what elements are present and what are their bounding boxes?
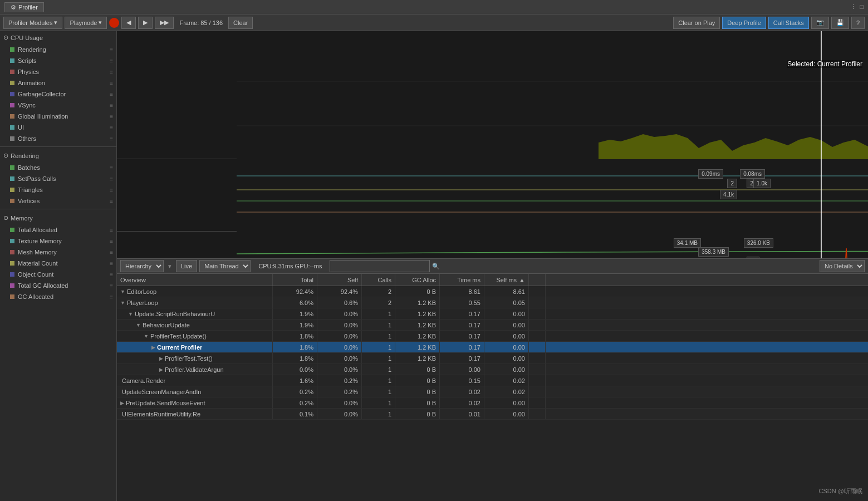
playmode-dropdown[interactable]: Playmode ▾ <box>65 17 107 29</box>
maximize-icon[interactable]: □ <box>860 3 864 11</box>
deep-profile-button[interactable]: Deep Profile <box>722 17 766 29</box>
table-row[interactable]: Camera.Render 1.6% 0.2% 1 0 B 0.15 0.02 <box>117 375 868 386</box>
table-row[interactable]: ▼ Update.ScriptRunBehaviourU 1.9% 0.0% 1… <box>117 308 868 320</box>
sidebar-item-setpass-calls[interactable]: SetPass Calls ≡ <box>0 173 116 184</box>
table-row[interactable]: ▶ Profiler.ValidateArgun 0.0% 0.0% 1 0 B… <box>117 364 868 375</box>
th-self[interactable]: Self <box>317 274 362 286</box>
th-gcalloc[interactable]: GC Alloc <box>395 274 440 286</box>
td-total: 1.6% <box>273 375 317 386</box>
help-button[interactable]: ? <box>851 17 865 29</box>
expand-arrow[interactable]: ▼ <box>136 322 141 328</box>
chevron-down-icon: ▾ <box>54 19 57 26</box>
sidebar-item-label: Mesh Memory <box>18 249 57 256</box>
drag-handle: ≡ <box>110 47 113 53</box>
sidebar-item-others[interactable]: Others ≡ <box>0 133 116 144</box>
save-button[interactable]: 💾 <box>831 17 849 29</box>
drag-handle: ≡ <box>110 80 113 86</box>
table-row[interactable]: ▼ PlayerLoop 6.0% 0.6% 2 1.2 KB 0.55 0.0… <box>117 297 868 308</box>
rendering-section-header[interactable]: ⊙ Rendering <box>0 149 116 162</box>
call-stacks-button[interactable]: Call Stacks <box>768 17 809 29</box>
expand-arrow[interactable]: ▶ <box>120 400 124 406</box>
details-select[interactable]: No Details <box>820 260 865 272</box>
table-row[interactable]: ▶ ProfilerTest.Test() 1.8% 0.0% 1 1.2 KB… <box>117 353 868 364</box>
sidebar-item-scripts[interactable]: Scripts ≡ <box>0 55 116 66</box>
skip-forward-button[interactable]: ▶▶ <box>155 17 174 29</box>
sidebar-item-material-count[interactable]: Material Count ≡ <box>0 258 116 269</box>
table-row[interactable]: ▶ PreUpdate.SendMouseEvent 0.2% 0.0% 1 0… <box>117 397 868 409</box>
sidebar-item-total-gc-allocated[interactable]: Total GC Allocated ≡ <box>0 280 116 291</box>
sidebar-item-mesh-memory[interactable]: Mesh Memory ≡ <box>0 247 116 258</box>
expand-arrow[interactable]: ▼ <box>128 311 133 317</box>
screenshot-button[interactable]: 📷 <box>811 17 829 29</box>
prev-frame-button[interactable]: ◀ <box>121 17 136 29</box>
sidebar-item-total-allocated[interactable]: Total Allocated ≡ <box>0 224 116 235</box>
color-indicator <box>10 176 14 181</box>
sidebar-item-gc-allocated[interactable]: GC Allocated ≡ <box>0 291 116 302</box>
td-gcalloc: 1.2 KB <box>395 297 440 308</box>
th-total[interactable]: Total <box>273 274 317 286</box>
drag-handle: ≡ <box>110 176 113 182</box>
table-row[interactable]: ▼ EditorLoop 92.4% 92.4% 2 0 B 8.61 8.61 <box>117 286 868 297</box>
expand-arrow[interactable]: ▶ <box>159 367 163 372</box>
td-gcalloc: 1.2 KB <box>395 342 440 352</box>
table-row[interactable]: ▼ ProfilerTest.Update() 1.8% 0.0% 1 1.2 … <box>117 331 868 342</box>
cpu-section-header[interactable]: ⊙ CPU Usage <box>0 31 116 44</box>
td-name: ▶ PreUpdate.SendMouseEvent <box>117 397 273 408</box>
sidebar-item-rendering[interactable]: Rendering ≡ <box>0 44 116 55</box>
search-input[interactable] <box>330 260 430 272</box>
th-selfms[interactable]: Self ms ▲ <box>484 274 529 286</box>
sidebar-item-batches[interactable]: Batches ≡ <box>0 162 116 173</box>
sidebar-item-ui[interactable]: UI ≡ <box>0 122 116 133</box>
table-row[interactable]: UpdateScreenManagerAndIn 0.2% 0.2% 1 0 B… <box>117 386 868 397</box>
kebab-icon[interactable]: ⋮ <box>850 3 856 11</box>
td-gcalloc: 1.2 KB <box>395 320 440 330</box>
td-total: 1.8% <box>273 353 317 364</box>
cpu-chart[interactable]: 33ms (30FPS) 16ms (60FPS) <box>117 31 868 159</box>
profiler-tab[interactable]: ⚙ Profiler <box>4 2 44 12</box>
sidebar-item-vertices[interactable]: Vertices ≡ <box>0 195 116 207</box>
svg-rect-0 <box>237 31 868 159</box>
th-overview[interactable]: Overview <box>117 274 273 286</box>
sidebar-item-texture-memory[interactable]: Texture Memory ≡ <box>0 235 116 247</box>
sidebar-item-vsync[interactable]: VSync ≡ <box>0 100 116 111</box>
drag-handle: ≡ <box>110 227 113 233</box>
expand-arrow[interactable]: ▼ <box>120 289 125 294</box>
row-name: BehaviourUpdate <box>143 322 190 328</box>
expand-arrow[interactable]: ▼ <box>144 333 149 339</box>
td-gcalloc: 0 B <box>395 286 440 297</box>
sidebar-item-global-illumination[interactable]: Global Illumination ≡ <box>0 111 116 122</box>
sidebar-item-triangles[interactable]: Triangles ≡ <box>0 184 116 195</box>
modules-dropdown[interactable]: Profiler Modules ▾ <box>3 17 62 29</box>
tab-label: Profiler <box>18 4 38 11</box>
table-row[interactable]: ▶ Current Profiler 1.8% 0.0% 1 1.2 KB 0.… <box>117 342 868 353</box>
td-self: 92.4% <box>317 286 362 297</box>
td-self: 0.2% <box>317 386 362 397</box>
td-self: 0.6% <box>317 297 362 308</box>
expand-arrow[interactable]: ▼ <box>120 300 125 306</box>
sidebar-item-animation[interactable]: Animation ≡ <box>0 77 116 89</box>
charts-area[interactable]: 33ms (30FPS) 16ms (60FPS) <box>117 31 868 258</box>
td-timems: 0.17 <box>440 331 484 341</box>
hierarchy-select[interactable]: Hierarchy <box>120 260 164 272</box>
memory-section-header[interactable]: ⊙ Memory <box>0 212 116 224</box>
next-frame-button[interactable]: ▶ <box>138 17 153 29</box>
thread-select[interactable]: Main Thread <box>199 260 251 272</box>
table-row[interactable]: ▼ BehaviourUpdate 1.9% 0.0% 1 1.2 KB 0.1… <box>117 320 868 331</box>
clear-button[interactable]: Clear <box>228 17 253 29</box>
live-button[interactable]: Live <box>176 260 197 272</box>
expand-arrow[interactable]: ▶ <box>159 356 163 361</box>
expand-arrow[interactable]: ▶ <box>151 345 155 350</box>
sidebar-item-garbagecollector[interactable]: GarbageCollector ≡ <box>0 89 116 100</box>
profile-table[interactable]: Overview Total Self Calls GC Alloc Time … <box>117 274 868 501</box>
sidebar-item-object-count[interactable]: Object Count ≡ <box>0 269 116 280</box>
th-timems[interactable]: Time ms <box>440 274 484 286</box>
rendering-canvas <box>237 159 868 231</box>
divider-1 <box>0 146 116 147</box>
sidebar-item-physics[interactable]: Physics ≡ <box>0 66 116 77</box>
table-row[interactable]: UIElementsRuntimeUtility.Re 0.1% 0.0% 1 … <box>117 409 868 420</box>
row-name: Camera.Render <box>122 377 165 384</box>
record-button[interactable] <box>109 18 119 28</box>
memory-chart[interactable]: 34.1 MB 326.0 KB 358.3 MB 36 2.5k 9.9 MB <box>117 232 868 258</box>
clear-on-play-button[interactable]: Clear on Play <box>673 17 720 29</box>
th-calls[interactable]: Calls <box>362 274 395 286</box>
